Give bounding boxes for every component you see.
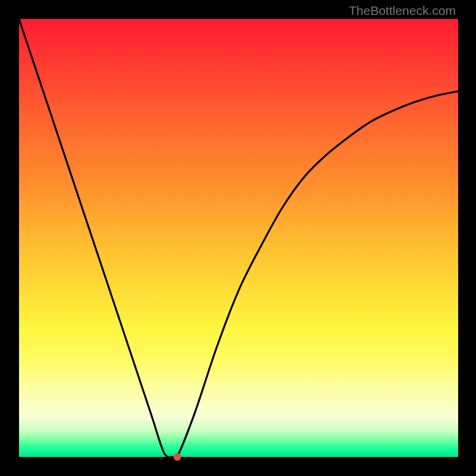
watermark-text: TheBottleneck.com <box>349 4 456 18</box>
chart-frame: TheBottleneck.com <box>0 0 476 476</box>
bottleneck-curve <box>19 19 458 457</box>
plot-area <box>19 19 458 457</box>
optimal-point-marker <box>173 453 181 461</box>
